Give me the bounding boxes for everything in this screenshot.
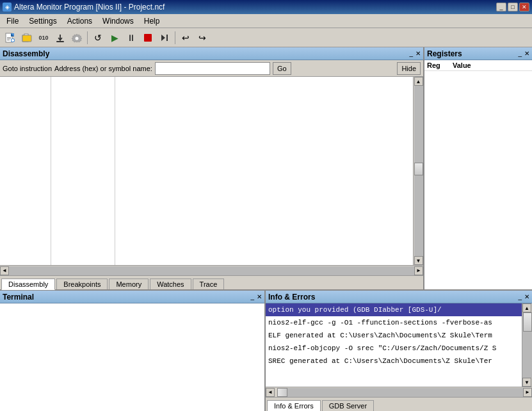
main-content: Disassembly _ ✕ Goto instruction Address… bbox=[0, 47, 532, 411]
goto-input[interactable] bbox=[155, 62, 270, 75]
disassembly-minimize[interactable]: _ bbox=[409, 50, 413, 57]
info-scroll-down[interactable]: ▼ bbox=[522, 378, 531, 387]
terminal-panel: Terminal _ ✕ bbox=[0, 291, 266, 411]
menu-actions[interactable]: Actions bbox=[62, 15, 97, 27]
close-button[interactable]: ✕ bbox=[519, 3, 529, 12]
scroll-track[interactable] bbox=[414, 86, 423, 256]
pause-btn[interactable]: ⏸ bbox=[124, 30, 139, 45]
registers-panel: Registers _ ✕ Reg Value bbox=[424, 47, 532, 289]
info-line-4: SREC generated at C:\Users\Zach\Document… bbox=[266, 355, 532, 367]
info-scrollbar-v[interactable]: ▲ ▼ bbox=[522, 303, 532, 387]
terminal-close[interactable]: ✕ bbox=[257, 293, 262, 300]
forward-btn[interactable]: ↪ bbox=[195, 30, 210, 45]
tab-disassembly[interactable]: Disassembly bbox=[1, 278, 55, 290]
info-panel: Info & Errors _ ✕ option you provided (G… bbox=[266, 291, 532, 411]
registers-minimize[interactable]: _ bbox=[518, 50, 522, 57]
svg-rect-20 bbox=[166, 35, 168, 41]
top-panel: Disassembly _ ✕ Goto instruction Address… bbox=[0, 47, 532, 291]
reg-col-reg: Reg bbox=[427, 61, 453, 69]
registers-controls: _ ✕ bbox=[518, 50, 529, 57]
svg-rect-18 bbox=[144, 34, 152, 42]
info-minimize[interactable]: _ bbox=[518, 293, 522, 300]
svg-marker-19 bbox=[161, 35, 165, 41]
go-button[interactable]: Go bbox=[273, 62, 291, 75]
info-line-0: option you provided (GDB DIabber [GDS-U]… bbox=[266, 303, 532, 316]
settings2-btn[interactable] bbox=[69, 30, 85, 45]
terminal-content[interactable] bbox=[0, 303, 264, 411]
info-line-1: nios2-elf-gcc -g -O1 -ffunction-sections… bbox=[266, 316, 532, 329]
registers-header: Registers _ ✕ bbox=[424, 47, 532, 60]
back-btn[interactable]: ↩ bbox=[178, 30, 193, 45]
dis-col-2 bbox=[51, 77, 115, 265]
scroll-right-arrow[interactable]: ► bbox=[414, 266, 423, 275]
tab-gdb-server[interactable]: GDB Server bbox=[322, 400, 374, 411]
info-scrollbar-h[interactable]: ◄ ► bbox=[266, 387, 532, 397]
menu-help[interactable]: Help bbox=[139, 15, 165, 27]
new-project-btn[interactable] bbox=[3, 30, 18, 45]
info-lines-container: option you provided (GDB DIabber [GDS-U]… bbox=[266, 303, 532, 367]
registers-close[interactable]: ✕ bbox=[524, 50, 529, 57]
menu-settings[interactable]: Settings bbox=[24, 15, 61, 27]
info-line-3: nios2-elf-objcopy -O srec "C:/Users/Zach… bbox=[266, 342, 532, 355]
restart-btn[interactable]: ↺ bbox=[90, 30, 106, 45]
tab-breakpoints[interactable]: Breakpoints bbox=[56, 278, 108, 289]
info-content: option you provided (GDB DIabber [GDS-U]… bbox=[266, 303, 532, 387]
app-icon: ◈ bbox=[3, 3, 12, 12]
hide-button[interactable]: Hide bbox=[397, 62, 421, 75]
open-btn[interactable] bbox=[19, 30, 35, 45]
step-btn[interactable] bbox=[157, 30, 172, 45]
reg-col-value: Value bbox=[453, 61, 478, 69]
run-btn[interactable]: ▶ bbox=[107, 30, 122, 45]
tab-memory[interactable]: Memory bbox=[109, 278, 149, 289]
info-h-thumb[interactable] bbox=[277, 388, 287, 397]
tab-watches[interactable]: Watches bbox=[150, 278, 191, 289]
svg-rect-15 bbox=[56, 41, 64, 42]
window-title: Altera Monitor Program [Nios II] - Proje… bbox=[14, 3, 165, 12]
svg-rect-4 bbox=[7, 38, 11, 39]
info-controls: _ ✕ bbox=[518, 293, 529, 300]
terminal-minimize[interactable]: _ bbox=[250, 293, 254, 300]
dis-scrollbar-h[interactable]: ◄ ► bbox=[0, 265, 423, 275]
compile-btn[interactable]: 010 bbox=[36, 30, 51, 45]
scroll-down-arrow[interactable]: ▼ bbox=[414, 256, 423, 265]
disassembly-controls: _ ✕ bbox=[409, 50, 421, 57]
disassembly-header: Disassembly _ ✕ bbox=[0, 47, 423, 60]
goto-bar: Goto instruction Address (hex) or symbol… bbox=[0, 60, 423, 77]
info-line-2: ELF generated at C:\Users\Zach\Documents… bbox=[266, 329, 532, 342]
info-scroll-right[interactable]: ► bbox=[523, 388, 532, 397]
registers-content: Reg Value bbox=[424, 60, 532, 289]
svg-rect-5 bbox=[7, 40, 10, 40]
title-bar-left: ◈ Altera Monitor Program [Nios II] - Pro… bbox=[3, 3, 165, 12]
maximize-button[interactable]: □ bbox=[508, 3, 518, 12]
menu-windows[interactable]: Windows bbox=[97, 15, 139, 27]
info-h-track[interactable] bbox=[287, 388, 523, 397]
stop-btn[interactable] bbox=[140, 30, 156, 45]
info-close[interactable]: ✕ bbox=[524, 293, 529, 300]
toolbar: 010 ↺ ▶ ⏸ ↩ ↪ bbox=[0, 28, 532, 47]
terminal-controls: _ ✕ bbox=[250, 293, 262, 300]
scroll-up-arrow[interactable]: ▲ bbox=[414, 77, 423, 86]
addr-label: Address (hex) or symbol name: bbox=[54, 65, 152, 72]
dis-scrollbar-v[interactable]: ▲ ▼ bbox=[413, 77, 423, 265]
info-scroll-track[interactable] bbox=[522, 312, 532, 378]
goto-label: Goto instruction bbox=[3, 65, 52, 72]
info-scroll-thumb[interactable] bbox=[523, 312, 532, 332]
terminal-header: Terminal _ ✕ bbox=[0, 291, 264, 303]
info-header: Info & Errors _ ✕ bbox=[266, 291, 532, 303]
disassembly-tab-bar: Disassembly Breakpoints Memory Watches T… bbox=[0, 275, 423, 289]
menu-file[interactable]: File bbox=[1, 15, 24, 27]
info-scroll-left[interactable]: ◄ bbox=[266, 388, 275, 397]
scroll-thumb[interactable] bbox=[414, 163, 423, 175]
tab-info-errors[interactable]: Info & Errors bbox=[267, 400, 321, 411]
menu-bar: File Settings Actions Windows Help bbox=[0, 14, 532, 28]
disassembly-close[interactable]: ✕ bbox=[415, 50, 421, 57]
dis-col-1 bbox=[0, 77, 51, 265]
minimize-button[interactable]: _ bbox=[496, 3, 506, 12]
info-scroll-up[interactable]: ▲ bbox=[522, 303, 531, 312]
scroll-left-arrow[interactable]: ◄ bbox=[0, 266, 9, 275]
download-btn[interactable] bbox=[52, 30, 68, 45]
reg-header-row: Reg Value bbox=[424, 60, 532, 71]
tab-trace[interactable]: Trace bbox=[193, 278, 225, 289]
scroll-h-track[interactable] bbox=[9, 266, 414, 275]
info-tab-bar: Info & Errors GDB Server bbox=[266, 397, 532, 411]
